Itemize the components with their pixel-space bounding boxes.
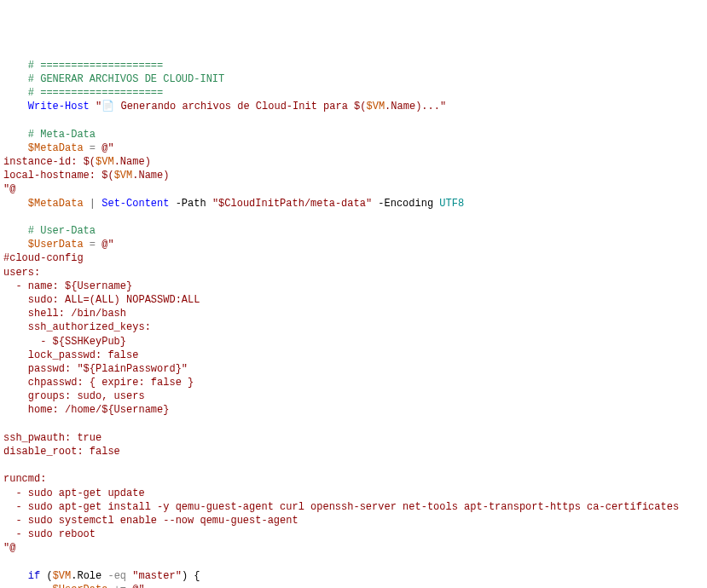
p2: .Name <box>132 170 163 182</box>
hd-close1: "@ <box>3 183 15 195</box>
ind <box>3 198 28 210</box>
lock-line: lock_passwd: false <box>3 349 138 361</box>
groups-line: groups: sudo, users <box>3 390 145 402</box>
if-str: "master" <box>132 570 182 582</box>
user-comment: # User-Data <box>28 225 96 237</box>
hd-open1: @" <box>101 142 113 154</box>
ind <box>3 101 28 112</box>
sep-line2 <box>3 87 28 99</box>
ind <box>3 225 28 237</box>
p1: .Name <box>114 156 145 168</box>
pipe1: | <box>84 198 102 210</box>
code-block: # ==================== # GENERAR ARCHIVO… <box>3 59 704 588</box>
ind <box>3 584 53 588</box>
if-open: ( <box>40 570 52 582</box>
wh-subopen: $( <box>354 101 366 112</box>
sc2: ) <box>163 170 169 182</box>
name-line: - name: ${Username} <box>3 280 132 292</box>
run2: - sudo apt-get install -y qemu-guest-age… <box>3 501 679 513</box>
if-close: ) { <box>182 570 200 582</box>
so1: $( <box>84 156 96 168</box>
sudo-line: sudo: ALL=(ALL) NOPASSWD:ALL <box>3 294 200 306</box>
runcmd-key: runcmd: <box>3 473 46 485</box>
passwd-line: passwd: "${PlainPassword}" <box>3 363 188 375</box>
pluseq: += <box>107 584 132 588</box>
meta-path: "$CloudInitPath/meta-data" <box>212 198 372 210</box>
sc1: ) <box>145 156 151 168</box>
v1: $VM <box>96 156 114 168</box>
chpasswd-line: chpasswd: { expire: false } <box>3 377 194 389</box>
wh-text: Generando archivos de Cloud-Init para <box>114 101 354 112</box>
write-host-cmd: Write-Host <box>28 101 90 112</box>
run4: - sudo reboot <box>3 528 96 540</box>
userdata-plus: $UserData <box>53 584 108 588</box>
sshkey-item: - ${SSHKeyPub} <box>3 336 126 348</box>
file-icon: 📄 <box>101 101 114 112</box>
set-content1: Set-Content <box>101 198 169 210</box>
sep1: # ==================== <box>28 60 163 72</box>
wh-q2: ..." <box>421 101 446 112</box>
meta-comment: # Meta-Data <box>28 129 96 141</box>
local-host-lbl: local-hostname: <box>3 170 101 182</box>
title-line <box>3 73 28 85</box>
disable-root: disable_root: false <box>3 446 120 458</box>
if-kw: if <box>28 570 40 582</box>
ind <box>3 570 28 582</box>
sshkeys-line: ssh_authorized_keys: <box>3 321 151 333</box>
pathflag1: -Path <box>169 198 212 210</box>
ind <box>3 239 28 251</box>
hd-open2: @" <box>101 239 113 251</box>
if-prop: .Role <box>71 570 101 582</box>
hd-open3: @" <box>132 584 144 588</box>
metadata-var2: $MetaData <box>28 198 84 210</box>
run1: - sudo apt-get update <box>3 487 145 499</box>
cloud-config: #cloud-config <box>3 252 84 264</box>
encflag1: -Encoding <box>372 198 439 210</box>
ind <box>3 142 28 154</box>
shell-line: shell: /bin/bash <box>3 308 126 320</box>
sep-line <box>3 60 28 72</box>
utf8-1: UTF8 <box>439 198 464 210</box>
if-op: -eq <box>101 570 132 582</box>
so2: $( <box>101 170 113 182</box>
wh-var: $VM <box>367 101 385 112</box>
users-key: users: <box>3 267 40 279</box>
eq2: = <box>84 239 102 251</box>
inst-id-lbl: instance-id: <box>3 156 84 168</box>
wh-prop: .Name <box>385 101 415 112</box>
run3: - sudo systemctl enable --now qemu-guest… <box>3 515 298 527</box>
sep2: # ==================== <box>28 87 163 99</box>
metadata-var: $MetaData <box>28 142 84 154</box>
ind <box>3 129 28 141</box>
home-line: home: /home/${Username} <box>3 404 169 416</box>
userdata-var: $UserData <box>28 239 84 251</box>
title: # GENERAR ARCHIVOS DE CLOUD-INIT <box>28 73 224 85</box>
eq1: = <box>84 142 102 154</box>
v2: $VM <box>114 170 133 182</box>
ssh-pwauth: ssh_pwauth: true <box>3 432 101 444</box>
hd-close2: "@ <box>3 542 15 554</box>
if-var: $VM <box>53 570 72 582</box>
